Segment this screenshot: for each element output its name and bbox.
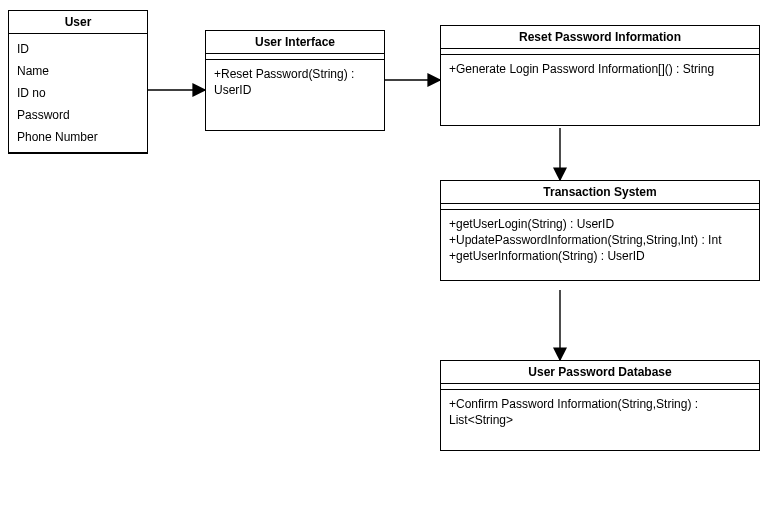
class-db-title: User Password Database [441, 361, 759, 384]
class-reset-title: Reset Password Information [441, 26, 759, 49]
class-txn-ops: +getUserLogin(String) : UserID +UpdatePa… [441, 210, 759, 280]
class-user-interface: User Interface +Reset Password(String) :… [205, 30, 385, 131]
class-user: User ID Name ID no Password Phone Number [8, 10, 148, 154]
db-op: +Confirm Password Information(String,Str… [449, 396, 751, 428]
txn-op: +getUserInformation(String) : UserID [449, 248, 751, 264]
class-txn-title: Transaction System [441, 181, 759, 204]
class-ui-ops: +Reset Password(String) : UserID [206, 60, 384, 130]
class-ui-title: User Interface [206, 31, 384, 54]
class-user-title: User [9, 11, 147, 34]
user-attr: Password [17, 104, 139, 126]
class-user-attrs: ID Name ID no Password Phone Number [9, 34, 147, 153]
class-db-ops: +Confirm Password Information(String,Str… [441, 390, 759, 450]
class-transaction-system: Transaction System +getUserLogin(String)… [440, 180, 760, 281]
user-attr: Phone Number [17, 126, 139, 148]
class-reset-password-info: Reset Password Information +Generate Log… [440, 25, 760, 126]
user-attr: ID [17, 38, 139, 60]
class-reset-ops: +Generate Login Password Information[]()… [441, 55, 759, 125]
txn-op: +getUserLogin(String) : UserID [449, 216, 751, 232]
txn-op: +UpdatePasswordInformation(String,String… [449, 232, 751, 248]
ui-op: +Reset Password(String) : UserID [214, 66, 376, 98]
user-attr: ID no [17, 82, 139, 104]
reset-op: +Generate Login Password Information[]()… [449, 61, 751, 77]
user-attr: Name [17, 60, 139, 82]
class-user-password-database: User Password Database +Confirm Password… [440, 360, 760, 451]
